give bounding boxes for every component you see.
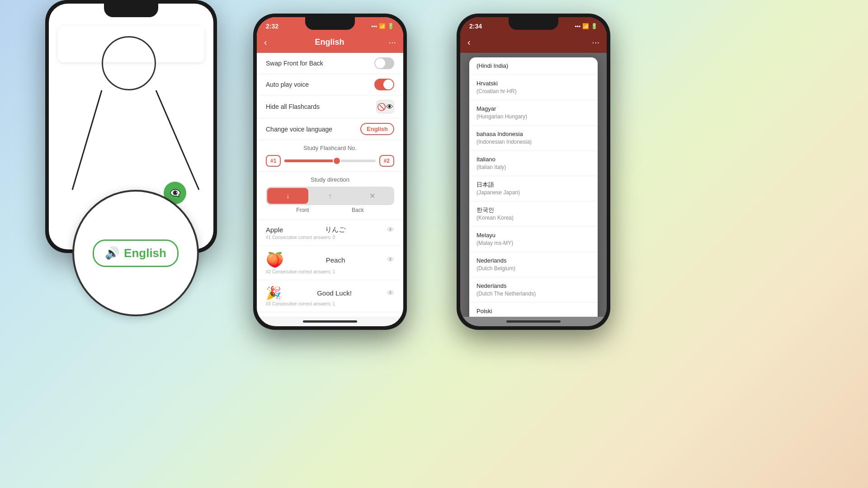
flashcard-num1[interactable]: #1: [266, 155, 281, 167]
lang-dutch-belgium-secondary: (Dutch Belgium): [476, 265, 590, 272]
flashcard-peach-row: 🍑 Peach 👁: [266, 251, 394, 268]
right-signal-icon: 📶: [582, 23, 589, 29]
hide-all-button[interactable]: 🚫👁: [376, 100, 394, 113]
right-status-icons: ▪▪▪ 📶 🔋: [575, 23, 598, 29]
swap-toggle[interactable]: [374, 57, 394, 69]
flashcard-goodluck: 🎉 Good Luck! 👁 #3 Consecutive correct an…: [257, 280, 403, 312]
slider-row: #1 #2: [266, 155, 394, 167]
flashcard-apple-back: りんご: [325, 225, 345, 234]
peach-emoji: 🍑: [266, 251, 284, 268]
mid-phone-inner: 2:32 ▪▪▪ 📶 🔋 ‹ English ··· Swap Front fo…: [257, 17, 403, 326]
right-battery-icon: 🔋: [591, 23, 598, 29]
lang-italian[interactable]: Italiano (Italian Italy): [469, 151, 598, 176]
lang-malay-secondary: (Malay ms-MY): [476, 239, 590, 247]
right-phone-inner: 2:34 ▪▪▪ 📶 🔋 ‹ ··· (Hindi India) Hrvat: [460, 17, 607, 326]
lang-polish-secondary: (Polish Poland): [476, 315, 590, 317]
lang-indonesian[interactable]: bahasa Indonesia (Indonesian Indonesia): [469, 126, 598, 151]
lang-hungarian-secondary: (Hungarian Hungary): [476, 113, 590, 121]
flashcard-goodluck-back: Good Luck!: [317, 289, 352, 297]
auto-play-row: Auto play voice: [257, 74, 403, 95]
front-back-labels: Front Back: [266, 205, 394, 215]
hide-goodluck-icon[interactable]: 👁: [387, 289, 394, 297]
lang-japanese-primary: 日本語: [476, 181, 590, 189]
lang-italian-primary: Italiano: [476, 155, 590, 164]
slider-thumb: [333, 157, 341, 165]
right-header: ‹ ···: [460, 33, 607, 53]
direction-buttons: ↓ ↑ ✕: [266, 187, 394, 205]
mid-title: English: [271, 38, 389, 47]
wifi-icon: ▪▪▪: [371, 23, 377, 29]
language-dropdown-panel: (Hindi India) Hrvatski (Croatian hr-HR) …: [469, 57, 598, 317]
speaker-icon-large: 🔊: [105, 246, 119, 260]
auto-play-toggle[interactable]: [374, 79, 394, 90]
lang-japanese[interactable]: 日本語 (Japanese Japan): [469, 176, 598, 202]
flashcard-apple-front: Apple: [266, 226, 283, 234]
lang-hindi-india[interactable]: (Hindi India): [469, 57, 598, 75]
english-label-large: English: [124, 246, 166, 260]
hide-peach-icon[interactable]: 👁: [387, 256, 394, 264]
swap-front-back-label: Swap Front for Back: [266, 60, 323, 67]
slider-fill: [284, 160, 335, 162]
back-label: Back: [352, 207, 364, 213]
lang-korean-secondary: (Korean Korea): [476, 214, 590, 222]
flashcard-num2[interactable]: #2: [379, 155, 394, 167]
mid-phone: 2:32 ▪▪▪ 📶 🔋 ‹ English ··· Swap Front fo…: [253, 14, 407, 330]
lang-malay-primary: Melayu: [476, 231, 590, 239]
small-circle-magnify: [102, 36, 156, 90]
lang-malay[interactable]: Melayu (Malay ms-MY): [469, 227, 598, 252]
lang-polish[interactable]: Polski (Polish Poland): [469, 303, 598, 317]
lang-dutch-netherlands[interactable]: Nederlands (Dutch The Netherlands): [469, 277, 598, 303]
flashcard-apple: Apple りんご 👁 #1 Consecutive correct answe…: [257, 220, 403, 246]
mid-bottom-bar: [303, 320, 357, 323]
flashcard-peach: 🍑 Peach 👁 #2 Consecutive correct answers…: [257, 246, 403, 280]
study-direction-section: Study direction ↓ ↑ ✕ Front Back: [257, 172, 403, 220]
lang-italian-secondary: (Italian Italy): [476, 164, 590, 171]
voice-language-button[interactable]: English: [360, 123, 394, 135]
flashcard-slider[interactable]: [284, 160, 375, 162]
flashcard-peach-back: Peach: [326, 256, 345, 264]
mid-notch: [305, 17, 355, 30]
right-back-arrow-icon[interactable]: ‹: [467, 37, 471, 47]
study-direction-title: Study direction: [266, 176, 394, 183]
lang-hungarian[interactable]: Magyar (Hungarian Hungary): [469, 100, 598, 126]
lang-dutch-netherlands-secondary: (Dutch The Netherlands): [476, 290, 590, 298]
lang-dutch-belgium[interactable]: Nederlands (Dutch Belgium): [469, 252, 598, 277]
eye-slash-icon: 🚫👁: [377, 103, 393, 111]
lang-croatian[interactable]: Hrvatski (Croatian hr-HR): [469, 75, 598, 100]
front-label: Front: [296, 207, 309, 213]
lang-hindi-india-label: (Hindi India): [476, 62, 590, 70]
mid-status-icons: ▪▪▪ 📶 🔋: [371, 23, 394, 29]
right-wifi-icon: ▪▪▪: [575, 23, 580, 29]
back-arrow-icon[interactable]: ‹: [264, 37, 267, 47]
flashcard-apple-row: Apple りんご 👁: [266, 225, 394, 234]
change-voice-label: Change voice language: [266, 126, 332, 133]
right-notch: [509, 17, 558, 30]
right-time: 2:34: [469, 23, 482, 30]
lang-korean[interactable]: 한국인 (Korean Korea): [469, 202, 598, 227]
direction-x-button[interactable]: ✕: [352, 188, 393, 204]
study-flashcard-title: Study Flashcard No.: [266, 145, 394, 151]
lang-korean-primary: 한국인: [476, 206, 590, 214]
battery-icon: 🔋: [387, 23, 394, 29]
right-phone: 2:34 ▪▪▪ 📶 🔋 ‹ ··· (Hindi India) Hrvat: [457, 14, 610, 330]
lang-dutch-belgium-primary: Nederlands: [476, 257, 590, 265]
direction-up-button[interactable]: ↑: [309, 188, 350, 204]
right-body: (Hindi India) Hrvatski (Croatian hr-HR) …: [460, 53, 607, 317]
right-more-options-icon[interactable]: ···: [592, 37, 599, 47]
english-button-large[interactable]: 🔊 English: [93, 239, 179, 267]
lang-hungarian-primary: Magyar: [476, 105, 590, 113]
flashcard-goodluck-meta: #3 Consecutive correct answers: 1: [266, 301, 394, 306]
right-bottom-bar: [506, 320, 561, 323]
hide-apple-icon[interactable]: 👁: [387, 226, 394, 234]
more-options-icon[interactable]: ···: [388, 37, 396, 47]
lang-dutch-netherlands-primary: Nederlands: [476, 282, 590, 290]
auto-play-label: Auto play voice: [266, 81, 309, 88]
flashcard-goodluck-row: 🎉 Good Luck! 👁: [266, 286, 394, 300]
flashcard-apple-meta: #1 Consecutive correct answers: 0: [266, 235, 394, 240]
study-flashcard-section: Study Flashcard No. #1 #2: [257, 140, 403, 172]
lang-croatian-primary: Hrvatski: [476, 80, 590, 88]
direction-down-button[interactable]: ↓: [267, 188, 308, 204]
flashcard-peach-meta: #2 Consecutive correct answers: 1: [266, 269, 394, 274]
mid-body: Swap Front for Back Auto play voice Hide…: [257, 53, 403, 317]
goodluck-emoji: 🎉: [266, 286, 282, 300]
